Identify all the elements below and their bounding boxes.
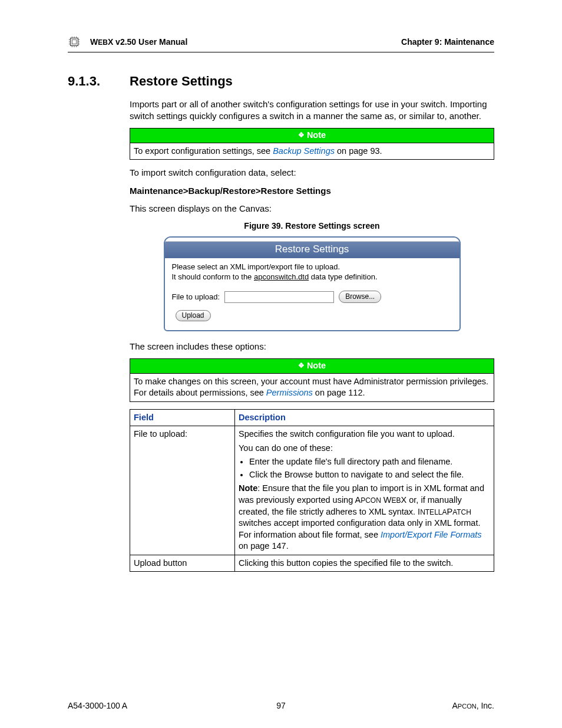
panel-title: Restore Settings [165,242,459,258]
page-footer: A54-3000-100 A 97 APCON, Inc. [68,700,494,711]
import-export-formats-link[interactable]: Import/Export File Formats [381,530,482,539]
upload-button[interactable]: Upload [176,310,211,321]
section-heading: 9.1.3. Restore Settings [68,73,494,90]
options-intro: The screen includes these options: [130,341,494,353]
note-body: To export configuration settings, see Ba… [130,143,494,160]
field-table: Field Description File to upload: Specif… [130,409,494,572]
file-upload-label: File to upload: [172,292,220,302]
chapter-label: Chapter 9: Maintenance [401,37,494,48]
footer-page-number: 97 [68,700,494,711]
breadcrumb-path: Maintenance>Backup/Restore>Restore Setti… [130,185,494,197]
intro-paragraph: Imports part or all of another switch's … [130,98,494,123]
list-item: Click the Browse button to navigate to a… [249,469,490,481]
list-item: Enter the update file's full directory p… [249,456,490,468]
figure-caption: Figure 39. Restore Settings screen [130,220,494,232]
page-header: WEBX v2.50 User Manual Chapter 9: Mainte… [68,35,494,52]
note-box-1: ❖Note To export configuration settings, … [130,128,494,160]
svg-rect-0 [71,38,78,46]
file-upload-input[interactable] [224,291,334,303]
panel-instruction-1: Please select an XML import/export file … [172,262,452,272]
permissions-link[interactable]: Permissions [266,388,313,397]
backup-settings-link[interactable]: Backup Settings [273,146,335,156]
section-number: 9.1.3. [68,73,130,90]
col-header-field: Field [130,409,235,426]
note-header: ❖Note [130,129,494,143]
field-name: File to upload: [130,426,235,555]
note-header: ❖Note [130,358,494,373]
note-box-2: ❖Note To make changes on this screen, yo… [130,358,494,402]
svg-rect-1 [72,39,76,44]
note-body: To make changes on this screen, your acc… [130,373,494,401]
import-line: To import switch configuration data, sel… [130,167,494,179]
field-description: Clicking this button copies the specifie… [235,555,494,572]
section-title: Restore Settings [130,73,233,90]
field-name: Upload button [130,555,235,572]
canvas-line: This screen displays on the Canvas: [130,203,494,215]
screenshot-panel: Restore Settings Please select an XML im… [164,236,461,331]
panel-instruction-2: It should conform to the apconswitch.dtd… [172,272,452,282]
field-description: Specifies the switch configuration file … [235,426,494,555]
browse-button[interactable]: Browse... [339,291,381,303]
table-row: Upload button Clicking this button copie… [130,555,494,572]
chip-icon [68,35,81,48]
col-header-description: Description [235,409,494,426]
table-row: File to upload: Specifies the switch con… [130,426,494,555]
manual-title: WEBX v2.50 User Manual [90,37,187,48]
